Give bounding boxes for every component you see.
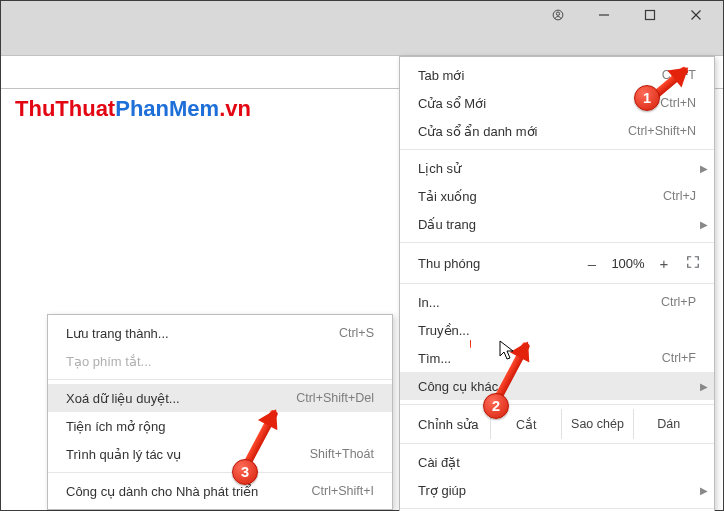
menu-separator bbox=[400, 242, 714, 243]
menu-label: Xoá dữ liệu duyệt... bbox=[66, 391, 296, 406]
menu-item-find[interactable]: Tìm... Ctrl+F bbox=[400, 344, 714, 372]
menu-separator bbox=[400, 149, 714, 150]
annotation-arrow bbox=[470, 340, 471, 348]
menu-shortcut: Ctrl+J bbox=[663, 189, 696, 203]
submenu-item-task-manager[interactable]: Trình quản lý tác vụ Shift+Thoát bbox=[48, 440, 392, 468]
menu-separator bbox=[48, 472, 392, 473]
edit-paste-button[interactable]: Dán bbox=[633, 409, 704, 439]
submenu-item-developer-tools[interactable]: Công cụ dành cho Nhà phát triển Ctrl+Shi… bbox=[48, 477, 392, 505]
menu-separator bbox=[400, 443, 714, 444]
menu-label: Trợ giúp bbox=[418, 483, 696, 498]
menu-item-settings[interactable]: Cài đặt bbox=[400, 448, 714, 476]
menu-separator bbox=[400, 283, 714, 284]
annotation-badge-2: 2 bbox=[483, 393, 509, 419]
menu-label: Công cụ dành cho Nhà phát triển bbox=[66, 484, 311, 499]
zoom-level: 100% bbox=[606, 256, 650, 271]
menu-label: Tạo phím tắt... bbox=[66, 354, 374, 369]
menu-shortcut: Shift+Thoát bbox=[310, 447, 374, 461]
menu-item-edit: Chỉnh sửa Cắt Sao chép Dán bbox=[400, 409, 714, 439]
menu-separator bbox=[400, 508, 714, 509]
menu-label: Chỉnh sửa bbox=[418, 417, 490, 432]
menu-label: Trình quản lý tác vụ bbox=[66, 447, 310, 462]
menu-item-history[interactable]: Lịch sử ▶ bbox=[400, 154, 714, 182]
fullscreen-icon[interactable] bbox=[686, 255, 700, 272]
tab-strip bbox=[1, 29, 723, 55]
menu-label: Lưu trang thành... bbox=[66, 326, 339, 341]
menu-item-more-tools[interactable]: Công cụ khác ▶ bbox=[400, 372, 714, 400]
menu-shortcut: Ctrl+P bbox=[661, 295, 696, 309]
menu-label: Lịch sử bbox=[418, 161, 696, 176]
menu-item-downloads[interactable]: Tải xuống Ctrl+J bbox=[400, 182, 714, 210]
menu-shortcut: Ctrl+Shift+Del bbox=[296, 391, 374, 405]
menu-shortcut: Ctrl+F bbox=[662, 351, 696, 365]
menu-label: Tìm... bbox=[418, 351, 662, 366]
menu-label: Cửa sổ ẩn danh mới bbox=[418, 124, 628, 139]
account-icon[interactable] bbox=[535, 1, 581, 29]
watermark-logo: ThuThuatPhanMem.vn bbox=[15, 96, 251, 122]
chrome-main-menu: Tab mới Ctrl+T Cửa sổ Mới Ctrl+N Cửa sổ … bbox=[399, 56, 715, 511]
submenu-item-save-page[interactable]: Lưu trang thành... Ctrl+S bbox=[48, 319, 392, 347]
window-titlebar bbox=[1, 1, 723, 29]
chevron-right-icon: ▶ bbox=[700, 219, 708, 230]
svg-rect-3 bbox=[646, 11, 655, 20]
edit-copy-button[interactable]: Sao chép bbox=[561, 409, 632, 439]
submenu-item-create-shortcut: Tạo phím tắt... bbox=[48, 347, 392, 375]
menu-shortcut: Ctrl+S bbox=[339, 326, 374, 340]
svg-point-1 bbox=[556, 12, 559, 15]
menu-separator bbox=[48, 379, 392, 380]
zoom-out-button[interactable]: – bbox=[578, 255, 606, 272]
annotation-badge-1: 1 bbox=[634, 85, 660, 111]
annotation-badge-3: 3 bbox=[232, 459, 258, 485]
menu-label: Cửa sổ Mới bbox=[418, 96, 660, 111]
menu-label: Cài đặt bbox=[418, 455, 696, 470]
menu-shortcut: Ctrl+N bbox=[660, 96, 696, 110]
submenu-item-clear-browsing-data[interactable]: Xoá dữ liệu duyệt... Ctrl+Shift+Del bbox=[48, 384, 392, 412]
menu-shortcut: Ctrl+Shift+I bbox=[311, 484, 374, 498]
menu-label: Tab mới bbox=[418, 68, 662, 83]
minimize-button[interactable] bbox=[581, 1, 627, 29]
menu-item-new-window[interactable]: Cửa sổ Mới Ctrl+N bbox=[400, 89, 714, 117]
menu-label: Truyền... bbox=[418, 323, 696, 338]
mouse-cursor-icon bbox=[499, 340, 515, 362]
chevron-right-icon: ▶ bbox=[700, 381, 708, 392]
close-button[interactable] bbox=[673, 1, 719, 29]
menu-label: Tải xuống bbox=[418, 189, 663, 204]
menu-label: Tiện ích mở rộng bbox=[66, 419, 374, 434]
menu-item-print[interactable]: In... Ctrl+P bbox=[400, 288, 714, 316]
menu-separator bbox=[400, 404, 714, 405]
menu-shortcut: Ctrl+Shift+N bbox=[628, 124, 696, 138]
zoom-in-button[interactable]: + bbox=[650, 255, 678, 272]
submenu-item-extensions[interactable]: Tiện ích mở rộng bbox=[48, 412, 392, 440]
menu-item-help[interactable]: Trợ giúp ▶ bbox=[400, 476, 714, 504]
more-tools-submenu: Lưu trang thành... Ctrl+S Tạo phím tắt..… bbox=[47, 314, 393, 510]
menu-item-cast[interactable]: Truyền... bbox=[400, 316, 714, 344]
menu-item-zoom: Thu phóng – 100% + bbox=[400, 247, 714, 279]
menu-label: Dấu trang bbox=[418, 217, 696, 232]
menu-label: Thu phóng bbox=[418, 256, 578, 271]
chevron-right-icon: ▶ bbox=[700, 485, 708, 496]
menu-item-incognito[interactable]: Cửa sổ ẩn danh mới Ctrl+Shift+N bbox=[400, 117, 714, 145]
menu-label: In... bbox=[418, 295, 661, 310]
chevron-right-icon: ▶ bbox=[700, 163, 708, 174]
maximize-button[interactable] bbox=[627, 1, 673, 29]
menu-item-bookmarks[interactable]: Dấu trang ▶ bbox=[400, 210, 714, 238]
menu-label: Công cụ khác bbox=[418, 379, 696, 394]
